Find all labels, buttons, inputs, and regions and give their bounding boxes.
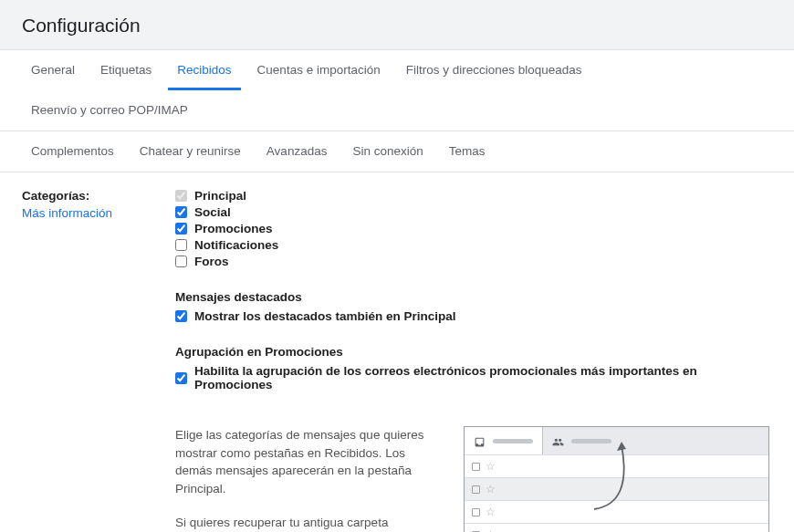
tab-chatear[interactable]: Chatear y reunirse <box>131 131 250 172</box>
preview-tabs <box>465 427 768 454</box>
page-title: Configuración <box>22 15 772 37</box>
inbox-preview: ☆ ☆ ☆ ☆ <box>464 426 769 532</box>
tabs-row-2: Complementos Chatear y reunirse Avanzada… <box>0 131 794 172</box>
preview-tab-line <box>493 439 533 443</box>
label-starred: Mostrar los destacados también en Princi… <box>194 309 456 323</box>
description-p1: Elige las categorías de mensajes que qui… <box>175 426 427 497</box>
preview-row: ☆ <box>465 523 768 532</box>
preview-tab-primary <box>465 427 543 454</box>
tab-sinconexion[interactable]: Sin conexión <box>343 131 432 172</box>
category-row-foros: Foros <box>175 255 772 268</box>
tab-filtros[interactable]: Filtros y direcciones bloqueadas <box>397 50 591 90</box>
checkbox-promociones[interactable] <box>175 223 187 235</box>
tab-avanzadas[interactable]: Avanzadas <box>257 131 337 172</box>
category-row-social: Social <box>175 205 772 219</box>
preview-tab-line <box>571 439 611 443</box>
preview-row: ☆ <box>465 500 768 523</box>
header-bar: Configuración <box>0 0 794 50</box>
description-block: Elige las categorías de mensajes que qui… <box>175 426 772 532</box>
tab-complementos[interactable]: Complementos <box>22 131 123 172</box>
checkbox-notificaciones[interactable] <box>175 239 187 251</box>
right-column: Principal Social Promociones Notificacio… <box>175 189 772 532</box>
left-column: Categorías: Más información <box>22 189 175 532</box>
tab-general[interactable]: General <box>22 50 84 90</box>
preview-row: ☆ <box>465 454 768 477</box>
tab-reenvio[interactable]: Reenvío y correo POP/IMAP <box>22 90 197 130</box>
checkbox-icon <box>472 463 480 471</box>
star-icon: ☆ <box>486 484 496 495</box>
category-row-principal: Principal <box>175 189 772 203</box>
tab-temas[interactable]: Temas <box>440 131 495 172</box>
checkbox-icon <box>472 508 480 516</box>
preview-row: ☆ <box>465 477 768 500</box>
label-foros: Foros <box>194 255 229 268</box>
preview-tab-social <box>543 427 621 454</box>
label-promociones: Promociones <box>194 222 273 235</box>
content-area: Categorías: Más información Principal So… <box>0 172 794 532</box>
label-notificaciones: Notificaciones <box>194 238 278 252</box>
category-row-notificaciones: Notificaciones <box>175 238 772 252</box>
people-icon <box>552 436 564 446</box>
checkbox-foros[interactable] <box>175 256 187 267</box>
checkbox-principal <box>175 190 187 202</box>
label-principal: Principal <box>194 189 246 203</box>
checkbox-promo-group[interactable] <box>175 372 187 384</box>
category-row-promociones: Promociones <box>175 222 772 235</box>
tab-cuentas[interactable]: Cuentas e importación <box>248 50 390 90</box>
star-icon: ☆ <box>486 461 496 472</box>
checkbox-starred[interactable] <box>175 310 187 322</box>
tab-recibidos[interactable]: Recibidos <box>168 50 240 90</box>
learn-more-link[interactable]: Más información <box>22 206 175 220</box>
label-social: Social <box>194 205 231 219</box>
promo-group-heading: Agrupación en Promociones <box>175 345 772 359</box>
description-p2: Si quieres recuperar tu antigua carpeta … <box>175 514 427 532</box>
section-label: Categorías: <box>22 189 175 203</box>
inbox-icon <box>474 436 486 446</box>
promo-group-row: Habilita la agrupación de los correos el… <box>175 364 772 391</box>
star-icon: ☆ <box>486 506 496 517</box>
checkbox-icon <box>472 485 480 494</box>
starred-heading: Mensajes destacados <box>175 290 772 304</box>
tab-etiquetas[interactable]: Etiquetas <box>91 50 161 90</box>
starred-row: Mostrar los destacados también en Princi… <box>175 309 772 323</box>
tabs-row-1: General Etiquetas Recibidos Cuentas e im… <box>0 50 794 131</box>
label-promo-group: Habilita la agrupación de los correos el… <box>194 364 772 391</box>
description-text: Elige las categorías de mensajes que qui… <box>175 426 427 532</box>
checkbox-social[interactable] <box>175 206 187 218</box>
